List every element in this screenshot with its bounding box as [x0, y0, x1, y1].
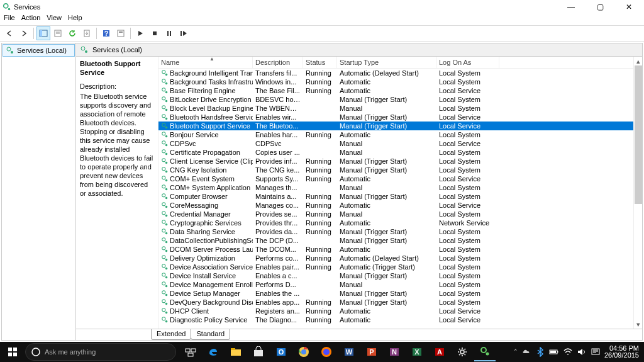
- stop-service-button[interactable]: [148, 26, 162, 40]
- service-row[interactable]: Device Setup ManagerEnables the ...Manua…: [158, 289, 633, 298]
- wifi-icon[interactable]: [563, 347, 573, 357]
- svg-point-53: [165, 215, 167, 217]
- taskbar-clock[interactable]: 04:56 PM 26/09/2015: [604, 345, 639, 359]
- cortana-search[interactable]: Ask me anything: [25, 343, 176, 361]
- service-row[interactable]: DevQuery Background Disc...Enables app..…: [158, 298, 633, 307]
- col-description[interactable]: Description: [253, 57, 303, 68]
- menu-action[interactable]: Action: [21, 14, 41, 25]
- scroll-thumb[interactable]: [635, 65, 642, 204]
- svg-rect-15: [180, 31, 182, 36]
- service-row[interactable]: COM+ System ApplicationManages th...Manu…: [158, 183, 633, 192]
- volume-icon[interactable]: [577, 347, 587, 357]
- service-row[interactable]: Device Association ServiceEnables pair..…: [158, 263, 633, 271]
- task-view-button[interactable]: [180, 342, 201, 361]
- col-status[interactable]: Status: [303, 57, 337, 68]
- battery-icon[interactable]: [549, 347, 559, 357]
- service-row[interactable]: Bonjour ServiceEnables har...RunningAuto…: [158, 130, 633, 139]
- service-row[interactable]: Device Management Enroll...Performs D...…: [158, 280, 633, 289]
- tray-chevron-icon[interactable]: ˄: [514, 348, 518, 356]
- export-button[interactable]: [80, 26, 94, 40]
- service-row[interactable]: Bluetooth Handsfree ServiceEnables wir..…: [158, 113, 633, 122]
- menu-view[interactable]: View: [47, 14, 62, 25]
- service-row[interactable]: Block Level Backup Engine ...The WBENG..…: [158, 104, 633, 113]
- service-row[interactable]: CNG Key IsolationThe CNG ke...RunningMan…: [158, 166, 633, 174]
- task-word[interactable]: W: [338, 342, 360, 361]
- service-row[interactable]: Background Tasks Infrastru...Windows in.…: [158, 77, 633, 86]
- task-services[interactable]: [474, 342, 496, 361]
- svg-rect-85: [188, 353, 193, 356]
- properties-button[interactable]: [51, 26, 65, 40]
- scroll-up-icon[interactable]: ▴: [634, 57, 642, 65]
- service-row[interactable]: Bluetooth Support ServiceThe Bluetoo...M…: [158, 122, 633, 130]
- service-row[interactable]: DataCollectionPublishingSe...The DCP (D.…: [158, 236, 633, 245]
- service-row[interactable]: DHCP ClientRegisters an...RunningAutomat…: [158, 307, 633, 315]
- service-row[interactable]: Delivery OptimizationPerforms co...Runni…: [158, 254, 633, 263]
- service-row[interactable]: CoreMessagingManages co...RunningAutomat…: [158, 201, 633, 210]
- task-acrobat[interactable]: A: [429, 342, 450, 361]
- service-row[interactable]: Diagnostic Policy ServiceThe Diagno...Ru…: [158, 315, 633, 324]
- service-row[interactable]: Base Filtering EngineThe Base Fil...Runn…: [158, 86, 633, 95]
- svg-point-36: [162, 141, 165, 144]
- task-chrome[interactable]: [293, 342, 314, 361]
- svg-point-39: [165, 153, 167, 155]
- console-tree[interactable]: Services (Local): [2, 43, 76, 340]
- start-service-button[interactable]: [133, 26, 147, 40]
- task-powerpoint[interactable]: P: [361, 342, 382, 361]
- task-edge[interactable]: [203, 342, 224, 361]
- svg-point-75: [165, 312, 167, 314]
- service-row[interactable]: BitLocker Drive Encryption ...BDESVC hos…: [158, 95, 633, 104]
- help-button[interactable]: ?: [99, 26, 113, 40]
- restart-service-button[interactable]: [177, 26, 191, 40]
- bluetooth-icon[interactable]: [535, 347, 545, 357]
- service-row[interactable]: Computer BrowserMaintains a...RunningMan…: [158, 192, 633, 201]
- col-startup[interactable]: Startup Type: [337, 57, 436, 68]
- task-settings[interactable]: [452, 342, 473, 361]
- cortana-icon: [31, 347, 41, 357]
- tree-root-services-local[interactable]: Services (Local): [3, 44, 75, 57]
- onedrive-icon[interactable]: [521, 347, 531, 357]
- svg-rect-78: [8, 348, 12, 351]
- back-button[interactable]: [3, 26, 16, 40]
- minimize-button[interactable]: —: [558, 3, 584, 11]
- col-name[interactable]: Name▲: [158, 57, 253, 68]
- service-row[interactable]: Certificate PropagationCopies user ...Ma…: [158, 148, 633, 157]
- pause-service-button[interactable]: [162, 26, 176, 40]
- menu-file[interactable]: File: [4, 14, 15, 25]
- tab-standard[interactable]: Standard: [191, 329, 230, 340]
- maximize-button[interactable]: ▢: [587, 3, 613, 11]
- svg-rect-11: [119, 31, 123, 33]
- services-icon: [6, 46, 14, 55]
- list-rows[interactable]: Background Intelligent Tran...Transfers …: [158, 69, 633, 329]
- service-row[interactable]: Client License Service (ClipS...Provides…: [158, 157, 633, 166]
- service-row[interactable]: Background Intelligent Tran...Transfers …: [158, 69, 633, 77]
- service-row[interactable]: CDPSvcCDPSvcManualLocal Service: [158, 139, 633, 148]
- col-logon[interactable]: Log On As: [436, 57, 499, 68]
- service-row[interactable]: COM+ Event SystemSupports Sy...RunningAu…: [158, 174, 633, 183]
- close-button[interactable]: ✕: [616, 3, 641, 11]
- task-excel[interactable]: X: [406, 342, 428, 361]
- task-store[interactable]: [248, 342, 269, 361]
- start-button[interactable]: [0, 342, 25, 362]
- list-header[interactable]: Name▲ Description Status Startup Type Lo…: [158, 57, 633, 69]
- svg-point-76: [162, 317, 165, 320]
- task-explorer[interactable]: [225, 342, 247, 361]
- notifications-icon[interactable]: [591, 347, 601, 357]
- properties-icon[interactable]: [114, 26, 128, 40]
- vertical-scrollbar[interactable]: ▴ ▾: [633, 57, 642, 329]
- svg-rect-81: [13, 353, 17, 356]
- service-row[interactable]: Device Install ServiceEnables a c...Manu…: [158, 271, 633, 280]
- service-row[interactable]: Data Sharing ServiceProvides da...Runnin…: [158, 227, 633, 236]
- forward-button[interactable]: [17, 26, 31, 40]
- task-outlook[interactable]: O: [270, 342, 292, 361]
- task-onenote[interactable]: N: [384, 342, 405, 361]
- tab-extended[interactable]: Extended: [151, 329, 191, 340]
- scroll-down-icon[interactable]: ▾: [634, 320, 642, 329]
- refresh-button[interactable]: [65, 26, 79, 40]
- menu-help[interactable]: Help: [68, 14, 82, 25]
- service-row[interactable]: Cryptographic ServicesProvides thr...Run…: [158, 218, 633, 227]
- svg-text:N: N: [392, 348, 397, 356]
- service-row[interactable]: DCOM Server Process Laun...The DCOM...Ru…: [158, 245, 633, 254]
- service-row[interactable]: Credential ManagerProvides se...RunningM…: [158, 210, 633, 218]
- task-firefox[interactable]: [316, 342, 337, 361]
- show-hide-tree-button[interactable]: [36, 26, 50, 40]
